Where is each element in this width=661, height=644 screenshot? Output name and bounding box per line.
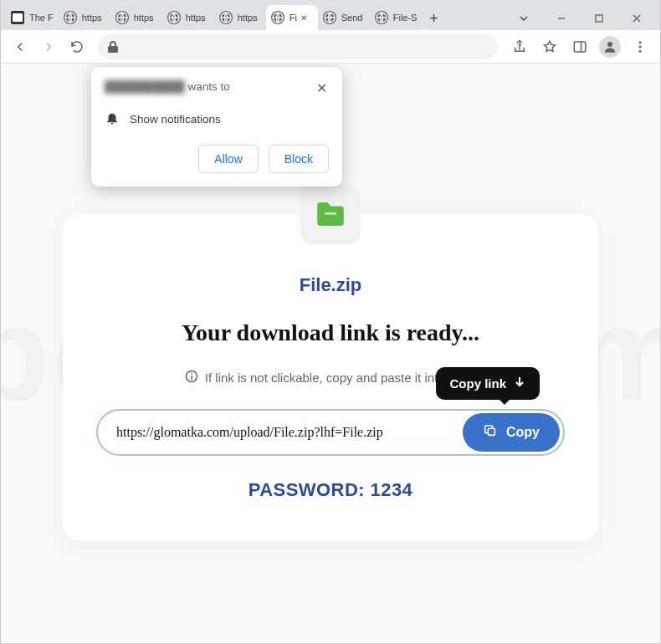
tab-label: Fi	[290, 13, 297, 23]
download-card: File.zip Your download link is ready... …	[63, 214, 598, 541]
tab-label: https	[82, 13, 102, 23]
tab-label: The F	[29, 13, 54, 23]
permission-notification-row: Show notifications	[105, 110, 329, 128]
svg-rect-18	[325, 212, 336, 214]
tab-label: File-S	[393, 13, 418, 23]
globe-icon	[271, 11, 284, 24]
tab-label: Send	[341, 13, 363, 23]
copy-button[interactable]: Copy	[463, 413, 560, 452]
download-arrow-icon	[513, 376, 526, 391]
tab-0[interactable]: The F	[6, 5, 59, 30]
globe-icon	[167, 11, 181, 24]
globe-icon	[115, 11, 129, 24]
lock-icon	[106, 40, 120, 54]
tab-4[interactable]: https	[214, 5, 266, 30]
window-maximize-button[interactable]	[580, 7, 617, 30]
bell-icon	[105, 110, 120, 128]
svg-point-21	[191, 373, 192, 375]
svg-point-16	[639, 45, 642, 48]
globe-icon	[219, 11, 233, 24]
menu-button[interactable]	[627, 34, 653, 59]
window-dropdown-icon[interactable]	[505, 7, 542, 30]
globe-icon	[323, 11, 336, 24]
permission-block-button[interactable]: Block	[269, 145, 329, 173]
tab-label: https	[238, 13, 258, 23]
tab-5-active[interactable]: Fi ✕	[266, 5, 318, 30]
share-icon[interactable]	[506, 34, 533, 59]
bookmark-star-icon[interactable]	[536, 34, 563, 59]
permission-close-icon[interactable]: ✕	[315, 80, 329, 97]
permission-allow-button[interactable]: Allow	[198, 145, 258, 173]
new-tab-button[interactable]: +	[422, 7, 445, 30]
tab-3[interactable]: https	[162, 5, 214, 30]
tab-label: https	[186, 13, 206, 23]
window-close-button[interactable]	[617, 7, 655, 30]
blurred-origin: ██████████	[105, 80, 185, 93]
tooltip-text: Copy link	[449, 376, 506, 391]
download-link[interactable]: https://glomatka.com/upload/File.zip?lhf…	[116, 425, 463, 440]
svg-point-14	[607, 42, 612, 47]
favicon-site-icon	[11, 11, 24, 24]
tab-2[interactable]: https	[110, 5, 162, 30]
copy-label: Copy	[506, 425, 540, 440]
permission-notification-label: Show notifications	[130, 113, 221, 125]
page-content: pcrisk.com ██████████ wants to ✕ Show no…	[1, 64, 660, 643]
svg-rect-9	[596, 15, 602, 22]
back-button[interactable]	[8, 34, 33, 59]
link-row: Copy link https://glomatka.com/upload/Fi…	[96, 409, 565, 456]
folder-icon	[300, 184, 361, 244]
headline: Your download link is ready...	[96, 319, 565, 346]
file-name: File.zip	[96, 274, 565, 296]
svg-point-15	[639, 41, 642, 43]
globe-icon	[375, 11, 388, 24]
info-icon	[185, 370, 198, 386]
forward-button[interactable]	[36, 34, 61, 59]
tab-strip: The F https https https https	[1, 0, 660, 30]
profile-avatar[interactable]	[597, 34, 623, 59]
nav-toolbar	[1, 30, 660, 64]
password-label: PASSWORD: 1234	[96, 479, 565, 501]
window-minimize-button[interactable]	[542, 7, 580, 30]
globe-icon	[64, 11, 77, 24]
svg-rect-0	[13, 13, 23, 22]
tab-1[interactable]: https	[59, 5, 110, 30]
side-panel-icon[interactable]	[566, 34, 593, 59]
svg-rect-22	[488, 428, 494, 435]
permission-origin: ██████████ wants to	[105, 80, 230, 93]
browser-window: The F https https https https	[0, 0, 661, 644]
tab-7[interactable]: File-S	[370, 5, 423, 30]
svg-point-17	[639, 49, 642, 52]
reload-button[interactable]	[64, 34, 90, 59]
tab-label: https	[134, 13, 154, 23]
copy-icon	[483, 423, 498, 442]
tab-close-icon[interactable]: ✕	[300, 13, 307, 23]
svg-rect-12	[574, 42, 586, 52]
tab-6[interactable]: Send	[318, 5, 370, 30]
copy-tooltip: Copy link	[436, 367, 540, 400]
notification-permission-popup: ██████████ wants to ✕ Show notifications…	[91, 67, 342, 187]
address-bar[interactable]	[98, 34, 498, 59]
